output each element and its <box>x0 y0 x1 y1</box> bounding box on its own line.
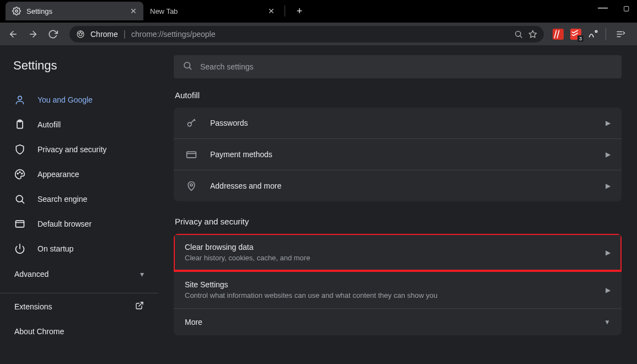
row-clear-browsing-data[interactable]: Clear browsing data Clear history, cooki… <box>174 234 622 271</box>
tab-strip: Settings ✕ New Tab ✕ + <box>0 0 637 22</box>
zoom-icon[interactable] <box>514 30 523 39</box>
row-site-settings[interactable]: Site Settings Control what information w… <box>174 271 622 308</box>
settings-search-input[interactable] <box>200 62 613 71</box>
sidebar-item-default-browser[interactable]: Default browser <box>0 211 158 236</box>
svg-point-17 <box>190 184 192 186</box>
sidebar-item-you-and-google[interactable]: You and Google <box>0 87 158 112</box>
extension-badge: 3 <box>577 35 584 42</box>
tab-new[interactable]: New Tab ✕ <box>143 2 281 20</box>
person-icon <box>14 94 25 105</box>
close-icon[interactable]: ✕ <box>268 7 275 15</box>
sidebar-item-privacy[interactable]: Privacy and security <box>0 137 158 162</box>
omnibox-url: chrome://settings/people <box>131 30 508 39</box>
sidebar-item-label: On startup <box>38 244 73 253</box>
svg-point-9 <box>17 173 18 174</box>
svg-point-0 <box>15 10 18 12</box>
svg-point-10 <box>19 172 20 173</box>
card-icon <box>185 148 198 161</box>
row-subtitle: Clear history, cookies, cache, and more <box>185 254 606 262</box>
row-title: Clear browsing data <box>185 243 606 251</box>
sidebar-advanced-label: Advanced <box>14 270 49 279</box>
key-icon <box>185 116 198 130</box>
settings-search-box[interactable] <box>174 55 622 78</box>
location-icon <box>185 179 198 192</box>
palette-icon <box>14 169 25 180</box>
sidebar-item-label: Search engine <box>38 195 87 204</box>
sidebar-item-search-engine[interactable]: Search engine <box>0 186 158 211</box>
row-title: Addresses and more <box>210 181 606 190</box>
clipboard-icon <box>14 119 25 130</box>
sidebar-item-autofill[interactable]: Autofill <box>0 112 158 137</box>
chevron-right-icon: ▶ <box>606 119 611 127</box>
autofill-card: Passwords ▶ Payment methods ▶ Addresses … <box>174 108 622 201</box>
row-title: Payment methods <box>210 150 606 159</box>
settings-main: Autofill Passwords ▶ Payment methods ▶ A… <box>158 45 637 364</box>
sidebar-about-link[interactable]: About Chrome <box>0 319 158 344</box>
svg-point-5 <box>595 30 597 32</box>
chevron-right-icon: ▶ <box>606 249 611 256</box>
sidebar-extensions-link[interactable]: Extensions <box>0 293 158 319</box>
row-payment-methods[interactable]: Payment methods ▶ <box>174 138 622 170</box>
bookmark-star-icon[interactable] <box>528 30 537 39</box>
sidebar-item-label: Autofill <box>38 120 61 129</box>
window-maximize-icon[interactable]: ▢ <box>623 4 629 12</box>
search-icon <box>14 194 25 205</box>
privacy-card: Clear browsing data Clear history, cooki… <box>174 234 622 335</box>
external-link-icon <box>135 301 144 312</box>
search-icon <box>183 61 192 73</box>
row-subtitle: Control what information websites can us… <box>185 291 606 299</box>
chevron-down-icon: ▼ <box>604 318 611 326</box>
chevron-down-icon: ▾ <box>140 270 144 279</box>
extension-icons: 3 <box>553 26 631 42</box>
sidebar-extensions-label: Extensions <box>14 302 52 311</box>
svg-point-3 <box>516 31 521 36</box>
extension-icon[interactable] <box>553 29 564 40</box>
section-title-privacy: Privacy and security <box>175 217 622 226</box>
extension-icon[interactable] <box>588 29 599 40</box>
omnibox-product-label: Chrome <box>90 30 118 39</box>
svg-point-14 <box>184 62 190 68</box>
extension-todoist-icon[interactable]: 3 <box>570 29 581 40</box>
row-title: More <box>185 318 604 326</box>
close-icon[interactable]: ✕ <box>130 7 137 15</box>
sidebar-advanced-toggle[interactable]: Advanced ▾ <box>0 261 158 287</box>
svg-point-11 <box>22 173 23 174</box>
sidebar-about-label: About Chrome <box>14 327 64 336</box>
chevron-right-icon: ▶ <box>606 182 611 190</box>
toolbar: Chrome | chrome://settings/people 3 <box>0 22 637 45</box>
reading-list-icon[interactable] <box>613 26 628 42</box>
row-title: Passwords <box>210 119 606 127</box>
row-addresses[interactable]: Addresses and more ▶ <box>174 170 622 201</box>
gear-icon <box>12 7 21 15</box>
sidebar-item-on-startup[interactable]: On startup <box>0 236 158 261</box>
svg-point-12 <box>16 195 23 202</box>
sidebar-item-appearance[interactable]: Appearance <box>0 162 158 186</box>
svg-rect-13 <box>16 221 24 227</box>
shield-icon <box>14 144 25 155</box>
reload-button[interactable] <box>45 26 61 42</box>
window-minimize-icon[interactable]: — <box>598 4 608 12</box>
sidebar-item-label: Appearance <box>38 170 79 179</box>
back-button[interactable] <box>6 26 21 42</box>
settings-sidebar: Settings You and Google Autofill Privacy… <box>0 45 158 364</box>
section-title-autofill: Autofill <box>175 90 622 100</box>
omnibox-separator: | <box>124 29 126 39</box>
address-bar[interactable]: Chrome | chrome://settings/people <box>69 26 544 42</box>
svg-point-6 <box>18 96 22 100</box>
tab-title: Settings <box>26 7 125 15</box>
chrome-icon <box>76 30 85 39</box>
svg-rect-16 <box>187 152 196 158</box>
tab-title: New Tab <box>150 7 263 15</box>
new-tab-button[interactable]: + <box>292 3 307 19</box>
chevron-right-icon: ▶ <box>606 151 611 158</box>
sidebar-item-label: Default browser <box>38 220 92 228</box>
row-more[interactable]: More ▼ <box>174 308 622 335</box>
svg-point-2 <box>79 33 82 35</box>
tab-settings[interactable]: Settings ✕ <box>6 2 143 20</box>
sidebar-title: Settings <box>0 55 158 87</box>
power-icon <box>14 243 25 254</box>
sidebar-item-label: You and Google <box>38 95 93 104</box>
forward-button[interactable] <box>25 26 41 42</box>
row-title: Site Settings <box>185 280 606 289</box>
row-passwords[interactable]: Passwords ▶ <box>174 108 622 138</box>
